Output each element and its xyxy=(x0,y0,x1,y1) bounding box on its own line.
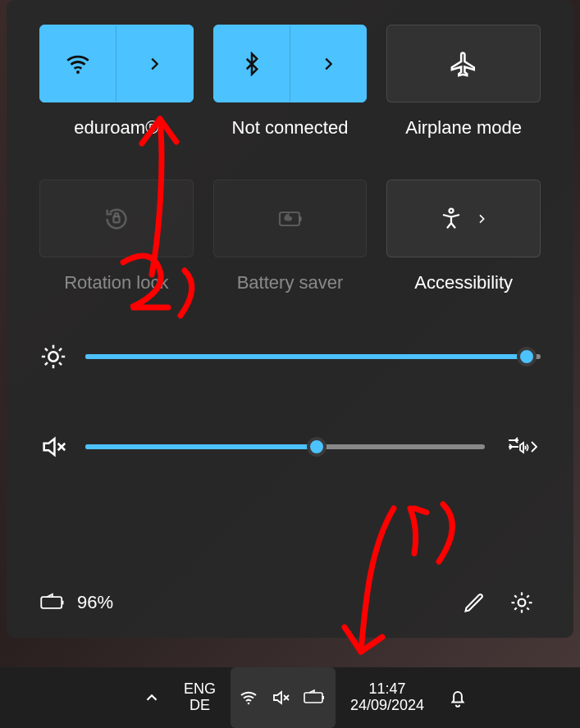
chevron-right-icon xyxy=(475,212,488,225)
rotation-lock-icon xyxy=(103,205,130,233)
brightness-row xyxy=(39,343,541,371)
audio-output-button[interactable] xyxy=(503,428,541,466)
system-tray-group[interactable] xyxy=(231,667,336,728)
clock-time: 11:47 xyxy=(369,681,406,698)
tile-accessibility[interactable] xyxy=(386,180,541,257)
brightness-icon xyxy=(39,343,67,371)
bell-icon xyxy=(447,687,468,708)
accessibility-icon xyxy=(439,207,464,231)
brightness-slider[interactable] xyxy=(85,354,541,359)
tile-wifi[interactable] xyxy=(39,25,194,102)
chevron-right-icon xyxy=(145,55,163,73)
tile-battery-block: Battery saver xyxy=(213,180,368,293)
svg-rect-7 xyxy=(62,601,63,605)
chevron-right-icon xyxy=(319,55,337,73)
battery-icon xyxy=(39,592,67,613)
tile-rotation-block: Rotation lock xyxy=(39,180,194,293)
volume-mute-icon xyxy=(39,433,67,461)
notifications-button[interactable] xyxy=(439,667,477,728)
tiles-grid: eduroam® Not connected xyxy=(39,25,541,293)
gear-icon xyxy=(509,590,534,615)
wifi-icon xyxy=(64,50,92,78)
tile-battery-label: Battery saver xyxy=(237,272,344,293)
volume-row xyxy=(39,428,541,466)
svg-rect-3 xyxy=(299,216,302,221)
svg-point-0 xyxy=(76,70,80,73)
svg-rect-11 xyxy=(322,696,324,699)
svg-rect-10 xyxy=(304,693,322,703)
tile-rotation[interactable] xyxy=(39,180,194,257)
bluetooth-expand[interactable] xyxy=(290,25,366,102)
tray-overflow-button[interactable] xyxy=(135,667,169,728)
battery-saver-icon xyxy=(273,207,306,231)
svg-point-5 xyxy=(48,352,57,361)
battery-percentage: 96% xyxy=(77,592,113,613)
language-switcher[interactable]: ENG DE xyxy=(176,667,224,728)
tile-airplane[interactable] xyxy=(386,25,541,102)
tile-airplane-label: Airplane mode xyxy=(405,117,522,139)
chevron-up-icon xyxy=(143,689,161,707)
svg-point-8 xyxy=(518,599,526,607)
tile-bluetooth[interactable] xyxy=(213,25,368,102)
quick-settings-panel: eduroam® Not connected xyxy=(7,0,573,638)
pencil-icon xyxy=(463,591,486,614)
wifi-expand[interactable] xyxy=(116,25,192,102)
panel-bottom-row: 96% xyxy=(39,584,541,621)
lang-secondary: DE xyxy=(190,698,210,714)
svg-point-4 xyxy=(450,208,454,212)
tile-rotation-label: Rotation lock xyxy=(64,272,168,293)
edit-quick-settings-button[interactable] xyxy=(455,584,493,621)
tile-bluetooth-label: Not connected xyxy=(232,117,349,139)
tile-bluetooth-block: Not connected xyxy=(213,25,368,139)
lang-primary: ENG xyxy=(184,681,216,698)
audio-output-icon xyxy=(505,435,538,458)
wifi-toggle[interactable] xyxy=(40,25,116,102)
svg-rect-6 xyxy=(41,597,62,608)
bluetooth-toggle[interactable] xyxy=(214,25,290,102)
tile-accessibility-block: Accessibility xyxy=(386,180,541,293)
tile-battery-saver[interactable] xyxy=(213,180,368,257)
airplane-icon xyxy=(450,50,477,78)
svg-rect-1 xyxy=(113,216,119,222)
tile-wifi-label: eduroam® xyxy=(74,117,158,139)
tile-airplane-block: Airplane mode xyxy=(386,25,541,139)
battery-icon xyxy=(303,689,327,707)
svg-point-9 xyxy=(248,703,250,705)
wifi-icon xyxy=(239,688,258,708)
tile-wifi-block: eduroam® xyxy=(39,25,194,139)
clock-date: 24/09/2024 xyxy=(350,698,424,714)
volume-slider[interactable] xyxy=(85,444,485,449)
settings-button[interactable] xyxy=(503,584,541,621)
sliders-section xyxy=(39,343,541,498)
volume-mute-icon xyxy=(270,688,291,708)
taskbar: ENG DE 11:47 24/09/2024 xyxy=(0,667,580,728)
tile-accessibility-label: Accessibility xyxy=(414,272,513,293)
bluetooth-icon xyxy=(240,52,264,76)
clock[interactable]: 11:47 24/09/2024 xyxy=(342,667,432,728)
